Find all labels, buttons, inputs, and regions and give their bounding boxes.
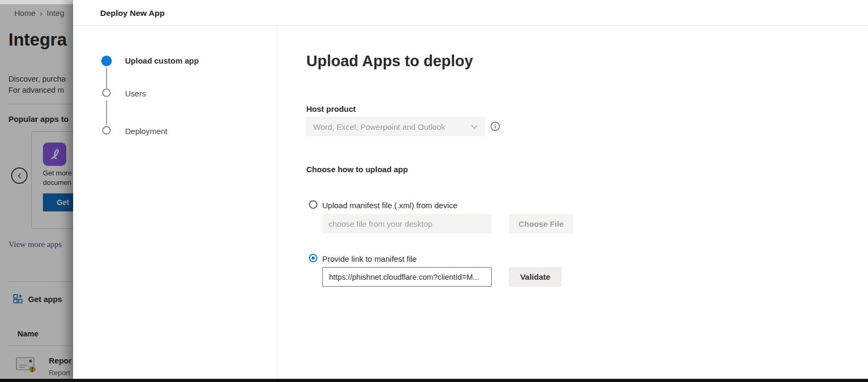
host-product-dropdown[interactable]: Word, Excel, Powerpoint and Outlook [306, 117, 485, 136]
screen: Home › Integ Integra Discover, purcha Fo… [0, 0, 868, 382]
radio-provide-link-label[interactable]: Provide link to manifest file [322, 254, 417, 264]
step-users[interactable]: Users [125, 88, 146, 99]
info-icon[interactable] [490, 121, 500, 131]
radio-upload-manifest-file-label[interactable]: Upload manifest file (.xml) from device [322, 200, 457, 211]
host-product-label: Host product [306, 104, 356, 113]
step-deployment[interactable]: Deployment [125, 126, 167, 137]
deploy-new-app-panel: Deploy New App Upload custom app Users D… [73, 0, 868, 382]
choose-file-button[interactable]: Choose File [509, 214, 573, 234]
manifest-file-input[interactable] [322, 214, 492, 234]
chevron-down-icon [471, 125, 478, 129]
panel-title: Deploy New App [100, 0, 165, 26]
step-indicator-active [101, 56, 112, 66]
step-upload-custom-app[interactable]: Upload custom app [125, 56, 199, 66]
divider [277, 26, 277, 379]
step-indicator [102, 88, 111, 97]
host-product-value: Word, Excel, Powerpoint and Outlook [313, 122, 471, 131]
choose-upload-heading: Choose how to upload app [306, 165, 408, 174]
panel-header: Deploy New App [73, 0, 868, 26]
content-heading: Upload Apps to deploy [306, 52, 473, 70]
step-connector [106, 67, 107, 88]
radio-provide-link[interactable] [309, 254, 317, 262]
validate-button[interactable]: Validate [509, 267, 562, 287]
manifest-link-input[interactable] [322, 267, 492, 287]
step-indicator [102, 126, 111, 135]
bottom-edge-bar [0, 379, 868, 382]
radio-upload-manifest-file[interactable] [309, 200, 317, 209]
step-connector [106, 101, 107, 125]
